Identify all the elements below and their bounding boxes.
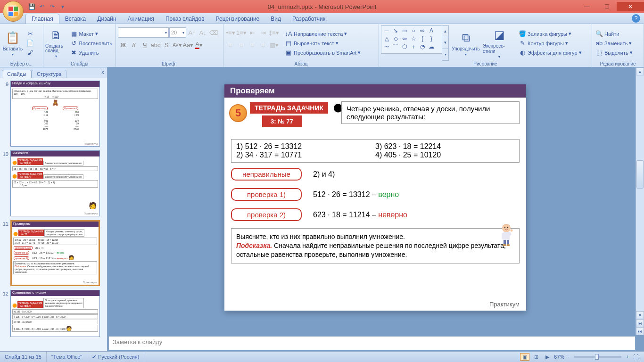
clear-format-button[interactable]: ⌫ [208, 27, 219, 38]
help-button[interactable]: ? [632, 14, 640, 23]
zoom-in-button[interactable]: + [626, 354, 629, 360]
paste-button[interactable]: 📋 Вставить ▾ [2, 25, 24, 61]
view-normal-button[interactable]: ▣ [520, 353, 529, 361]
view-sorter-button[interactable]: ⊞ [531, 353, 541, 361]
shape-rect-icon[interactable]: ▭ [400, 27, 409, 34]
justify-button[interactable]: ≡ [258, 40, 268, 50]
shape-arrow-icon[interactable]: ↘ [391, 27, 400, 34]
bullets-button[interactable]: •≡▾ [225, 27, 236, 38]
status-language[interactable]: ✔Русский (Россия) [87, 352, 144, 362]
undo-icon[interactable]: ↶ [38, 2, 46, 11]
tab-slideshow[interactable]: Показ слайдов [160, 14, 210, 24]
vertical-scrollbar[interactable]: ▲ ▼ ⏮ ⏭ [636, 67, 644, 335]
copy-button[interactable]: 📄 [25, 39, 35, 48]
thumb-row[interactable]: 11 Проверяем 🟠ТЕТРАДЬ ЗАДАЧНИК № 77Четыр… [2, 220, 105, 286]
format-painter-button[interactable]: 🖌 [25, 49, 35, 57]
new-slide-button[interactable]: 🗎 Создать слайд ▾ [45, 25, 67, 61]
shrink-font-button[interactable]: A↓ [198, 27, 208, 38]
slide-canvas[interactable]: Проверяем 5 ТЕТРАДЬ ЗАДАЧНИК ⬤ 3: № 77 Ч… [224, 84, 526, 311]
shape-arrow2-icon[interactable]: ⇨ [418, 27, 427, 34]
thumbnails-list[interactable]: 9 Найди и исправь ошибку Объясните, в че… [0, 78, 107, 351]
scroll-up-button[interactable]: ▲ [636, 67, 644, 75]
qa-customize-icon[interactable]: ▾ [58, 2, 67, 11]
indent-inc-button[interactable]: ⇥ [258, 27, 268, 38]
check1-button[interactable]: проверка 1) [231, 188, 302, 201]
grow-font-button[interactable]: A↑ [187, 27, 197, 38]
shape-effects-button[interactable]: ◐Эффекты для фигур ▾ [517, 49, 583, 57]
spacing-button[interactable]: AV▾ [172, 40, 182, 50]
tab-insert[interactable]: Вставка [59, 14, 92, 24]
thumbnail-11[interactable]: Проверяем 🟠ТЕТРАДЬ ЗАДАЧНИК № 77Четыре у… [10, 220, 100, 286]
font-name-combo[interactable]: ▾ [118, 27, 169, 38]
view-slideshow-button[interactable]: ▶ [543, 353, 552, 361]
close-button[interactable]: ✕ [617, 2, 644, 11]
shape-line-icon[interactable]: ─ [382, 27, 391, 34]
tab-animation[interactable]: Анимация [122, 14, 160, 24]
tab-view[interactable]: Вид [265, 14, 287, 24]
shape-call-icon[interactable]: ◔ [418, 43, 427, 50]
layout-button[interactable]: ▦Макет ▾ [69, 30, 114, 38]
underline-button[interactable]: Ч [140, 40, 150, 50]
tab-home[interactable]: Главная [25, 14, 59, 24]
tab-developer[interactable]: Разработчик [287, 14, 331, 24]
zoom-slider[interactable] [574, 356, 621, 358]
office-button[interactable] [3, 1, 24, 22]
cut-button[interactable]: ✂ [25, 30, 35, 38]
thumb-row[interactable]: 10 Умножаем 🟠ТЕТРАДЬ ЗАДАЧНИК № 76(1,4)З… [2, 150, 105, 216]
select-button[interactable]: ⬚Выделить ▾ [594, 49, 634, 57]
quick-styles-button[interactable]: ◪ Экспресс-стили▾ [483, 25, 516, 61]
replace-button[interactable]: abЗаменить ▾ [594, 39, 634, 48]
align-text-button[interactable]: ▤Выровнять текст ▾ [283, 39, 362, 48]
shape-tri-icon[interactable]: △ [382, 35, 391, 42]
bold-button[interactable]: Ж [118, 40, 128, 50]
shape-brace-icon[interactable]: { [418, 35, 427, 42]
tab-review[interactable]: Рецензирование [210, 14, 265, 24]
shape-conn-icon[interactable]: ⤳ [382, 43, 391, 50]
columns-button[interactable]: ▥▾ [269, 40, 279, 50]
font-color-button[interactable]: A▾ [194, 40, 204, 50]
shape-outline-button[interactable]: ✎Контур фигуры ▾ [517, 39, 583, 48]
tab-design[interactable]: Дизайн [91, 14, 122, 24]
thumbnail-9[interactable]: Найди и исправь ошибку Объясните, в чем … [10, 81, 100, 147]
line-spacing-button[interactable]: ‡≡▾ [269, 27, 279, 38]
thumb-row[interactable]: 9 Найди и исправь ошибку Объясните, в че… [2, 81, 105, 147]
shape-arc-icon[interactable]: ⌒ [391, 43, 400, 50]
shape-fill-button[interactable]: 🪣Заливка фигуры ▾ [517, 30, 583, 38]
shape-hex-icon[interactable]: ⬡ [400, 43, 409, 50]
notes-pane[interactable]: Заметки к слайду [108, 336, 636, 350]
shape-cloud-icon[interactable]: ☁ [427, 43, 436, 50]
zoom-knob[interactable] [595, 354, 599, 360]
pane-tab-outline[interactable]: Структура [32, 70, 66, 78]
scroll-grip[interactable] [636, 160, 644, 189]
maximize-button[interactable]: ☐ [597, 2, 617, 11]
font-size-combo[interactable]: 20▾ [169, 27, 186, 38]
zoom-out-button[interactable]: − [566, 354, 569, 360]
delete-slide-button[interactable]: ✖Удалить [69, 49, 114, 57]
shape-arrow3-icon[interactable]: ⇦ [400, 35, 409, 42]
case-button[interactable]: Aa▾ [183, 40, 193, 50]
shapes-gallery-scroll[interactable]: ▲▼▾ [442, 25, 449, 61]
align-center-button[interactable]: ≡ [236, 40, 247, 50]
shape-plus-icon[interactable]: ＋ [409, 43, 418, 50]
pane-close-button[interactable]: x [101, 69, 104, 75]
wrong-button[interactable]: неправильные [231, 168, 302, 181]
redo-icon[interactable]: ↷ [48, 2, 57, 11]
numbering-button[interactable]: 1≡▾ [236, 27, 247, 38]
next-slide-button[interactable]: ⏭ [636, 327, 644, 335]
align-right-button[interactable]: ≡ [247, 40, 257, 50]
shape-oval-icon[interactable]: ○ [409, 27, 418, 34]
pane-tab-slides[interactable]: Слайды [2, 70, 32, 78]
minimize-button[interactable]: — [577, 2, 597, 11]
find-button[interactable]: 🔍Найти [594, 30, 634, 38]
save-icon[interactable]: 💾 [27, 2, 36, 11]
shape-star-icon[interactable]: ☆ [409, 35, 418, 42]
thumb-row[interactable]: 12 Сравниваем с числом 🟠ТЕТРАДЬ ЗАДАЧНИК… [2, 290, 105, 337]
scroll-track[interactable] [636, 75, 644, 311]
prev-slide-button[interactable]: ⏮ [636, 319, 644, 327]
smartart-button[interactable]: ▣Преобразовать в SmartArt ▾ [283, 49, 362, 57]
zoom-value[interactable]: 67% [554, 354, 564, 360]
italic-button[interactable]: К [129, 40, 139, 50]
arrange-button[interactable]: ⧉ Упорядочить▾ [450, 25, 481, 61]
check2-button[interactable]: проверка 2) [231, 208, 302, 221]
shapes-gallery[interactable]: ─ ↘ ▭ ○ ⇨ A △ ◇ ⇦ ☆ { } ⤳ ⌒ ⬡ ＋ ◔ [381, 25, 442, 54]
